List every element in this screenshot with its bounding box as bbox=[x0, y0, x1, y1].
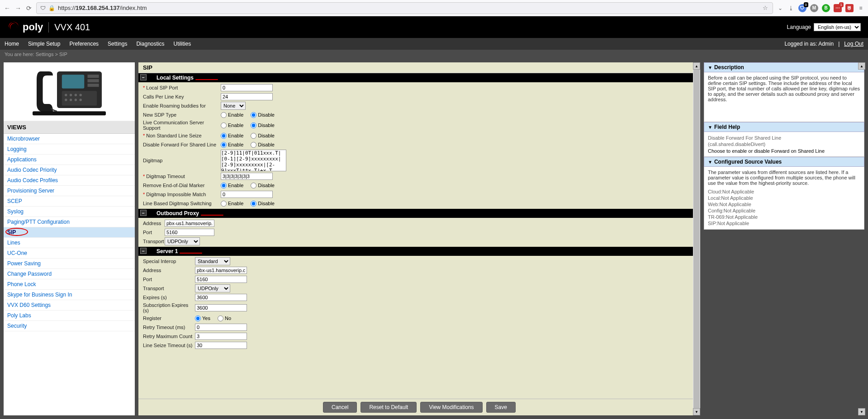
nav-item-utilities[interactable]: Utilities bbox=[173, 41, 191, 47]
sidebar-item-syslog[interactable]: Syslog bbox=[4, 207, 135, 217]
server1-port-input[interactable] bbox=[195, 276, 247, 283]
svg-point-11 bbox=[70, 99, 72, 101]
dfsl-disable-radio[interactable]: Disable bbox=[251, 142, 275, 148]
server1-sub-expires-input[interactable] bbox=[195, 304, 247, 311]
sidebar-item-security[interactable]: Security bbox=[4, 321, 135, 331]
sidebar-item-power-saving[interactable]: Power Saving bbox=[4, 259, 135, 269]
sidebar-item-provisioning-server[interactable]: Provisioning Server bbox=[4, 186, 135, 196]
view-mods-button[interactable]: View Modifications bbox=[420, 402, 482, 413]
dfsl-enable-radio[interactable]: Enable bbox=[221, 142, 243, 148]
extension-m-icon[interactable]: M bbox=[810, 4, 818, 12]
field-help-header[interactable]: ▼Field Help bbox=[704, 122, 864, 132]
local-sip-port-input[interactable] bbox=[221, 84, 273, 91]
source-entry: Web:Not Applicable bbox=[708, 201, 860, 207]
digitmap-textarea[interactable]: [2-9]11|0T|011xxx.T|[0-1][2-9]xxxxxxxxx|… bbox=[221, 150, 286, 171]
extension-b-icon[interactable]: B bbox=[822, 4, 830, 12]
collapse-icon[interactable]: − bbox=[140, 248, 147, 254]
sidebar-item-paging-ptt-configuration[interactable]: Paging/PTT Configuration bbox=[4, 217, 135, 227]
collapse-icon[interactable]: − bbox=[140, 210, 147, 216]
digitmap-timeout-input[interactable] bbox=[221, 173, 273, 180]
sidebar-item-uc-one[interactable]: UC-One bbox=[4, 248, 135, 259]
roaming-select[interactable]: None bbox=[221, 102, 246, 110]
right-panel-scrollbar[interactable]: ▲ ▼ bbox=[858, 62, 865, 415]
save-button[interactable]: Save bbox=[486, 402, 516, 413]
linebased-enable-radio[interactable]: Enable bbox=[221, 201, 243, 207]
sidebar-item-logging[interactable]: Logging bbox=[4, 144, 135, 155]
collapse-icon[interactable]: − bbox=[140, 74, 147, 80]
sidebar-item-lines[interactable]: Lines bbox=[4, 238, 135, 248]
eod-enable-radio[interactable]: Enable bbox=[221, 183, 243, 188]
button-bar: Cancel Reset to Default View Modificatio… bbox=[138, 399, 700, 415]
nsls-enable-radio[interactable]: Enable bbox=[221, 133, 243, 139]
reset-button[interactable]: Reset to Default bbox=[360, 402, 417, 413]
svg-rect-5 bbox=[88, 84, 99, 87]
calls-per-line-input[interactable] bbox=[221, 93, 273, 100]
server1-interop-select[interactable]: Standard bbox=[195, 257, 230, 265]
hamburger-icon[interactable]: ≡ bbox=[857, 5, 864, 12]
svg-point-7 bbox=[70, 94, 72, 96]
sidebar-item-audio-codec-priority[interactable]: Audio Codec Priority bbox=[4, 165, 135, 175]
pocket-icon[interactable]: ⌄ bbox=[777, 5, 784, 12]
sidebar-item-poly-labs[interactable]: Poly Labs bbox=[4, 311, 135, 321]
forward-button[interactable]: → bbox=[14, 5, 22, 12]
download-icon[interactable]: ⭳ bbox=[787, 5, 795, 12]
nav-item-home[interactable]: Home bbox=[5, 41, 19, 47]
server1-address-input[interactable] bbox=[195, 267, 247, 274]
csv-header[interactable]: ▼Configured Source Values bbox=[704, 157, 864, 167]
sidebar-item-scep[interactable]: SCEP bbox=[4, 196, 135, 207]
sidebar-item-phone-lock[interactable]: Phone Lock bbox=[4, 279, 135, 290]
sidebar-item-audio-codec-profiles[interactable]: Audio Codec Profiles bbox=[4, 175, 135, 186]
new-sdp-disable-radio[interactable]: Disable bbox=[251, 112, 275, 118]
nsls-disable-radio[interactable]: Disable bbox=[251, 133, 275, 139]
help-panel: ▼Description Before a call can be placed… bbox=[704, 62, 864, 415]
annotation-circle bbox=[5, 228, 28, 236]
extension-lastpass-icon[interactable]: ⋯1 bbox=[834, 4, 842, 12]
sidebar: VIEWS MicrobrowserLoggingApplicationsAud… bbox=[4, 62, 135, 415]
reload-button[interactable]: ⟳ bbox=[25, 5, 33, 12]
svg-point-10 bbox=[65, 99, 67, 101]
content-scrollbar[interactable]: ▲ ▼ bbox=[693, 62, 700, 415]
section-local-settings: − Local Settings bbox=[138, 73, 700, 82]
new-sdp-enable-radio[interactable]: Enable bbox=[221, 112, 243, 118]
server1-retry-max-input[interactable] bbox=[195, 333, 247, 340]
url-bar[interactable]: 🛡 🔒 https://192.168.254.137/index.htm ☆ bbox=[36, 2, 773, 14]
lcs-disable-radio[interactable]: Disable bbox=[251, 122, 275, 128]
description-header[interactable]: ▼Description bbox=[704, 62, 864, 72]
sidebar-item-change-password[interactable]: Change Password bbox=[4, 269, 135, 279]
sidebar-item-vvx-d60-settings[interactable]: VVX D60 Settings bbox=[4, 300, 135, 311]
language-select[interactable]: English (en-us) bbox=[814, 23, 861, 31]
svg-point-9 bbox=[80, 94, 82, 96]
register-no-radio[interactable]: No bbox=[218, 315, 231, 321]
description-body: Before a call can be placed using the SI… bbox=[704, 72, 864, 122]
sidebar-item-skype-for-business-sign-in[interactable]: Skype for Business Sign In bbox=[4, 290, 135, 300]
source-entry: SIP:Not Applicable bbox=[708, 220, 860, 226]
source-entry: TR-069:Not Applicable bbox=[708, 214, 860, 220]
nav-item-settings[interactable]: Settings bbox=[108, 41, 127, 47]
proxy-address-input[interactable] bbox=[165, 220, 214, 227]
proxy-transport-select[interactable]: UDPOnly bbox=[165, 237, 200, 245]
eod-disable-radio[interactable]: Disable bbox=[251, 183, 275, 188]
linebased-disable-radio[interactable]: Disable bbox=[251, 201, 275, 207]
nav-sep: | bbox=[838, 41, 840, 47]
server1-expires-input[interactable] bbox=[195, 294, 247, 301]
sidebar-item-sip[interactable]: SIP bbox=[4, 227, 135, 238]
nav-item-simple-setup[interactable]: Simple Setup bbox=[28, 41, 60, 47]
server1-retry-timeout-input[interactable] bbox=[195, 324, 247, 331]
cancel-button[interactable]: Cancel bbox=[323, 402, 357, 413]
bookmark-star-icon[interactable]: ☆ bbox=[762, 5, 769, 12]
back-button[interactable]: ← bbox=[4, 5, 11, 12]
server1-transport-select[interactable]: UDPOnly bbox=[195, 284, 230, 292]
proxy-port-input[interactable] bbox=[165, 229, 214, 236]
extension-privacy-icon[interactable]: 🛡0 bbox=[798, 4, 806, 12]
caret-down-icon: ▼ bbox=[708, 125, 712, 130]
extension-ublock-icon[interactable]: ⛨ bbox=[845, 4, 854, 12]
digitmap-impossible-input[interactable] bbox=[221, 191, 273, 198]
sidebar-item-applications[interactable]: Applications bbox=[4, 155, 135, 165]
nav-item-preferences[interactable]: Preferences bbox=[69, 41, 99, 47]
register-yes-radio[interactable]: Yes bbox=[195, 315, 210, 321]
logout-link[interactable]: Log Out bbox=[844, 41, 863, 47]
nav-item-diagnostics[interactable]: Diagnostics bbox=[136, 41, 164, 47]
sidebar-item-microbrowser[interactable]: Microbrowser bbox=[4, 134, 135, 144]
lcs-enable-radio[interactable]: Enable bbox=[221, 122, 243, 128]
server1-line-seize-input[interactable] bbox=[195, 342, 247, 349]
